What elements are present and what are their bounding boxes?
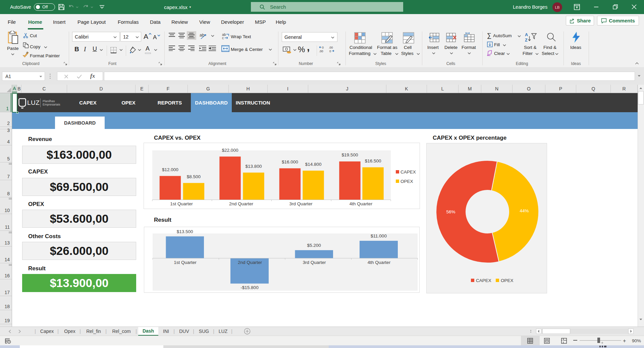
svg-text:$5.200: $5.200: [307, 243, 321, 248]
svg-text:$8.500: $8.500: [187, 174, 201, 179]
svg-text:$13.800: $13.800: [246, 164, 262, 169]
svg-text:4th Quarter: 4th Quarter: [368, 260, 391, 265]
svg-text:44%: 44%: [520, 208, 529, 213]
svg-text:$12.000: $12.000: [162, 167, 178, 172]
svg-text:2nd Quarter: 2nd Quarter: [238, 260, 262, 265]
svg-text:3rd Quarter: 3rd Quarter: [303, 260, 326, 265]
svg-text:c: c: [222, 36, 224, 40]
svg-text:$13.500: $13.500: [177, 229, 193, 234]
svg-text:$11.000: $11.000: [371, 233, 387, 238]
svg-text:0: 0: [322, 46, 324, 49]
svg-text:OPEX: OPEX: [400, 179, 413, 184]
svg-text:0: 0: [329, 50, 331, 53]
svg-text:2nd Quarter: 2nd Quarter: [229, 201, 254, 206]
svg-text:CAPEX: CAPEX: [476, 278, 491, 283]
svg-text:A: A: [153, 34, 157, 40]
svg-text:$19.500: $19.500: [342, 152, 358, 157]
svg-text:A: A: [144, 32, 148, 40]
svg-text:56%: 56%: [446, 209, 455, 214]
svg-text:A: A: [525, 32, 528, 37]
svg-text:$16.000: $16.000: [282, 159, 298, 164]
svg-text:$14.800: $14.800: [305, 162, 322, 167]
svg-text:$16.500: $16.500: [365, 158, 381, 163]
svg-text:OPEX: OPEX: [501, 278, 514, 283]
svg-text:Z: Z: [525, 38, 528, 42]
svg-text:1st Quarter: 1st Quarter: [170, 201, 193, 206]
svg-text:$22.000: $22.000: [222, 148, 238, 153]
svg-text:CAPEX: CAPEX: [400, 169, 416, 175]
svg-text:1st Quarter: 1st Quarter: [174, 260, 197, 265]
svg-text:3rd Quarter: 3rd Quarter: [289, 201, 313, 206]
svg-text:.00: .00: [319, 50, 323, 53]
svg-text:.00: .00: [329, 46, 333, 49]
svg-text:4th Quarter: 4th Quarter: [350, 201, 373, 206]
svg-text:-$15.800: -$15.800: [240, 285, 258, 290]
